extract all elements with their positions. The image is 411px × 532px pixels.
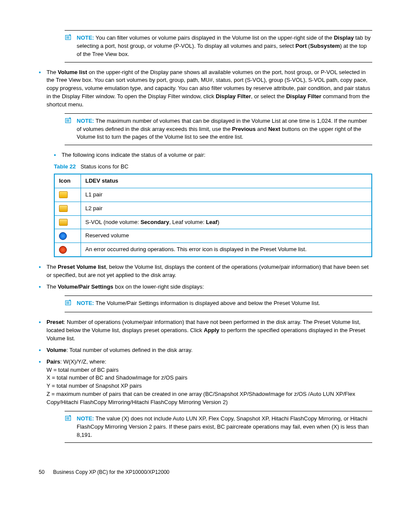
page-number: 50 (39, 469, 52, 476)
bullet-dot-icon: • (54, 151, 62, 159)
note-label: NOTE: (77, 300, 94, 306)
note3-text: The Volume/Pair Settings information is … (96, 300, 320, 306)
page-footer: 50 Business Copy XP (BC) for the XP10000… (39, 469, 372, 476)
note-label: NOTE: (77, 34, 94, 41)
bullet-dot-icon: • (39, 68, 47, 76)
status-icons-table: Icon LDEV status L1 pair L2 pair S-VOL (… (54, 174, 372, 257)
bullet-dot-icon: • (39, 318, 47, 326)
note4-text: The value (X) does not include Auto LUN … (77, 415, 369, 438)
footer-title: Business Copy XP (BC) for the XP10000/XP… (53, 469, 169, 475)
note-block-4: NOTE: The value (X) does not include Aut… (65, 411, 372, 443)
bullet-preset-volume-list: • The Preset Volume list, below the Volu… (39, 263, 372, 280)
bullet-dot-icon: • (39, 346, 47, 354)
table-row: Reserved volume (54, 229, 372, 243)
l2-pair-icon (59, 205, 68, 212)
bullet-preset: • Preset: Number of operations (volume/p… (39, 318, 372, 343)
bullet-pairs: • Pairs: W(X)/Y/Z, where: W = total numb… (39, 358, 372, 407)
bullet-dot-icon: • (39, 358, 47, 366)
table-row: L2 pair (54, 202, 372, 215)
page-content: NOTE: You can filter volumes or volume p… (0, 0, 411, 494)
th-icon: Icon (54, 174, 81, 188)
svol-icon (59, 219, 68, 226)
table-header-row: Icon LDEV status (54, 174, 372, 188)
bullet-volume-pair-settings: • The Volume/Pair Settings box on the lo… (39, 283, 372, 291)
note-block-1: NOTE: You can filter volumes or volume p… (65, 30, 372, 62)
bullet-dot-icon: • (39, 263, 47, 271)
note2-text: The maximum number of volumes that can b… (77, 118, 367, 140)
note-icon (65, 299, 73, 309)
note-icon (65, 415, 73, 424)
bullet-volume-list: • The Volume list on the upper-right of … (39, 68, 372, 109)
note1-text: You can filter volumes or volume pairs d… (77, 34, 371, 57)
th-status: LDEV status (81, 174, 372, 188)
bullet-dot-icon: • (39, 283, 47, 291)
note-block-3: NOTE: The Volume/Pair Settings informati… (65, 296, 372, 313)
bullet-volume: • Volume: Total number of volumes define… (39, 346, 372, 355)
note-label: NOTE: (77, 415, 94, 422)
table-caption: Table 22 Status icons for BC (54, 163, 372, 171)
note-icon (65, 34, 73, 44)
table-row: L1 pair (54, 188, 372, 202)
note-label: NOTE: (77, 118, 94, 124)
table-row: S-VOL (node volume: Secondary, Leaf volu… (54, 215, 372, 229)
table-row: An error occurred during operations. Thi… (54, 243, 372, 257)
bullet-icons-intro: • The following icons indicate the statu… (54, 151, 372, 159)
reserved-icon (59, 232, 67, 240)
l1-pair-icon (59, 191, 68, 198)
error-icon (59, 246, 67, 254)
note-block-2: NOTE: The maximum number of volumes that… (65, 113, 372, 146)
note-icon (65, 117, 73, 127)
